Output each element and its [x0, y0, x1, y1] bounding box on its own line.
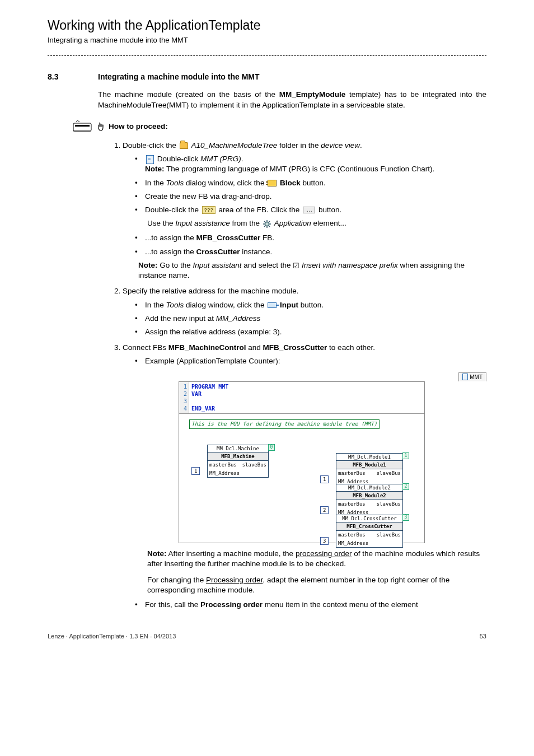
page-subtitle: Integrating a machine module into the MM… — [48, 35, 486, 45]
fb-type: MFB_Machine — [208, 452, 268, 461]
question-marks-icon: ??? — [202, 206, 216, 214]
port-right: slaveBus — [242, 461, 266, 468]
processing-order-link[interactable]: Processing order — [206, 576, 263, 584]
cfc-figure: MMT 1234 PROGRAM MMT VAR END_VAR — [179, 372, 486, 544]
intro-paragraph: The machine module (created on the basis… — [98, 90, 486, 110]
text: folder in the — [279, 141, 321, 150]
text: In the — [145, 179, 166, 187]
text: . — [241, 155, 243, 163]
gear-icon — [263, 220, 271, 228]
typewriter-icon — [73, 120, 92, 133]
svg-line-12 — [264, 226, 265, 227]
device-view: device view — [321, 141, 360, 150]
address-input: 1 — [320, 475, 329, 483]
page-title: Working with the ApplicationTemplate — [48, 17, 486, 34]
processing-order-context-menu: For this, call the Processing order menu… — [138, 600, 486, 610]
port-addr: MM_Address — [338, 540, 368, 547]
text: ...to assign the — [145, 248, 196, 256]
fb-name: MFB_CrossCutter — [196, 234, 261, 242]
step2-bullet-input-button: In the Tools dialog window, click the In… — [138, 300, 486, 310]
step-2: Specify the relative address for the mac… — [123, 286, 486, 337]
text: Double-click — [155, 155, 200, 163]
order-badge: 3 — [402, 514, 409, 521]
svg-point-4 — [266, 223, 268, 225]
namespace-option: Insert with namespace prefix — [302, 261, 398, 269]
text: button. — [301, 179, 326, 187]
svg-rect-1 — [75, 125, 90, 127]
cfc-comment: This is the POU for defining the machine… — [189, 419, 380, 429]
text: area of the FB. Click the — [217, 206, 302, 214]
page-number: 53 — [480, 632, 486, 641]
port-left: masterBus — [209, 461, 237, 468]
block-icon — [268, 180, 277, 186]
port-left: masterBus — [338, 470, 366, 477]
document-icon — [462, 374, 468, 380]
fb-instance: MM_Dcl.Machine — [208, 445, 268, 452]
text: Use the — [147, 219, 175, 227]
note-line: Note: The programming language of MMT (P… — [145, 164, 486, 174]
text: dialog window, click the — [184, 179, 266, 187]
application-element: Application — [274, 219, 311, 227]
input-icon — [268, 302, 277, 308]
menu-item: Processing order — [200, 600, 263, 609]
fb-machine: MM_Dcl.Machine MFB_Machine masterBusslav… — [207, 445, 269, 478]
tab-label: MMT — [470, 374, 483, 381]
text: Specify the relative address for the mac… — [123, 287, 298, 295]
address-input: 1 — [191, 467, 200, 475]
section-title: Integrating a machine module into the MM… — [98, 72, 260, 82]
text: In the — [145, 301, 166, 309]
fb-module1: MM_Dcl.Module1 MFB_Module1 masterBusslav… — [336, 453, 403, 486]
fb-type: MFB_Module1 — [336, 461, 402, 469]
port-right: slaveBus — [377, 531, 401, 538]
text: instance. — [240, 248, 273, 256]
step1-bullet-doubleclick-qqq: Double-click the ??? area of the FB. Cli… — [138, 205, 486, 215]
text: element... — [311, 219, 346, 227]
processing-order-link[interactable]: processing order — [296, 549, 352, 558]
port-right: slaveBus — [377, 501, 401, 507]
step1-bullet-create-fb: Create the new FB via drag-and-drop. — [138, 192, 486, 202]
fb-instance: MM_Dcl.CrossCutter — [336, 515, 402, 522]
text: button. — [316, 206, 341, 214]
cfc-canvas: This is the POU for defining the machine… — [179, 414, 424, 543]
footer-left: Lenze · ApplicationTemplate · 1.3 EN - 0… — [48, 632, 176, 641]
tools-dialog: Tools — [166, 301, 184, 309]
text: Double-click the — [123, 141, 179, 150]
text: For this, call the — [145, 600, 200, 609]
text: Go to the — [158, 261, 193, 269]
editor-tab: MMT — [458, 372, 486, 382]
text: For changing the — [147, 576, 206, 584]
how-to-proceed-label: How to proceed: — [109, 122, 168, 132]
fb-module2: MM_Dcl.Module2 MFB_Module2 masterBusslav… — [336, 484, 403, 517]
step2-bullet-add-input: Add the new input at MM_Address — [138, 314, 486, 324]
code-line: PROGRAM MMT — [191, 384, 228, 390]
code-line — [191, 398, 228, 405]
hand-icon — [96, 122, 104, 132]
note-processing-order: Note: After inserting a machine module, … — [147, 549, 486, 569]
text: After inserting a machine module, the — [167, 549, 296, 558]
input-assistance: Input assistance — [175, 219, 230, 227]
fb-type: MFB_CrossCutter — [336, 522, 402, 531]
mmt-prg: MMT (PRG) — [200, 155, 241, 163]
note-label: Note: — [147, 549, 167, 558]
template-name: MM_EmptyModule — [279, 90, 346, 99]
assign-mfb-crosscutter: ...to assign the MFB_CrossCutter FB. — [138, 233, 486, 243]
ellipsis-button-icon — [303, 207, 315, 213]
fb-instance: MM_Dcl.Module1 — [336, 454, 402, 461]
port-left: masterBus — [338, 501, 366, 507]
input-assistant: Input assistant — [193, 261, 242, 269]
note-label: Note: — [145, 165, 165, 173]
port-addr: MM_Address — [209, 470, 240, 477]
text: from the — [230, 219, 262, 227]
step3-example: Example (ApplicationTemplate Counter): — [138, 356, 486, 366]
folder-name: A10_MachineModuleTree — [191, 141, 278, 150]
text: Double-click the — [145, 206, 201, 214]
svg-line-11 — [269, 221, 270, 222]
text: and select the — [242, 261, 293, 269]
header-divider — [48, 55, 486, 56]
line-gutter: 1234 — [179, 382, 189, 413]
folder-icon — [180, 142, 188, 149]
fb-instance: MM_Dcl.Module2 — [336, 484, 402, 492]
address-input: 3 — [320, 537, 329, 545]
text: button. — [298, 301, 324, 309]
change-processing-order: For changing the Processing order, adapt… — [147, 575, 486, 595]
